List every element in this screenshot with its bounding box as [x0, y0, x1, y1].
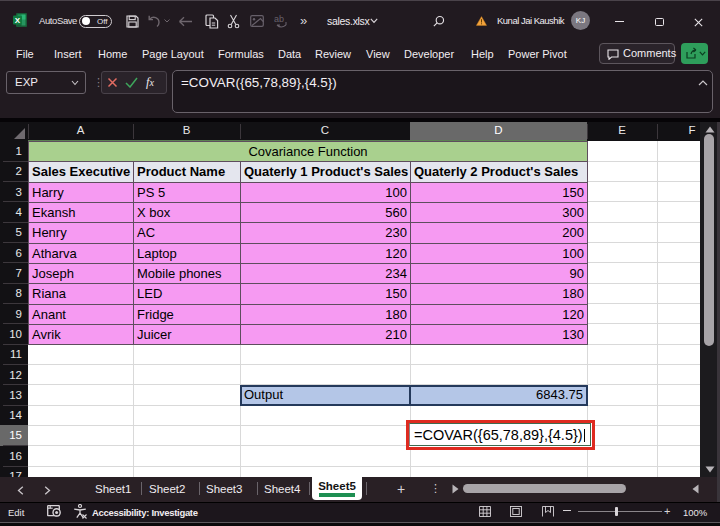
svg-text:ab: ab	[274, 14, 284, 24]
svg-text:X: X	[15, 16, 21, 25]
